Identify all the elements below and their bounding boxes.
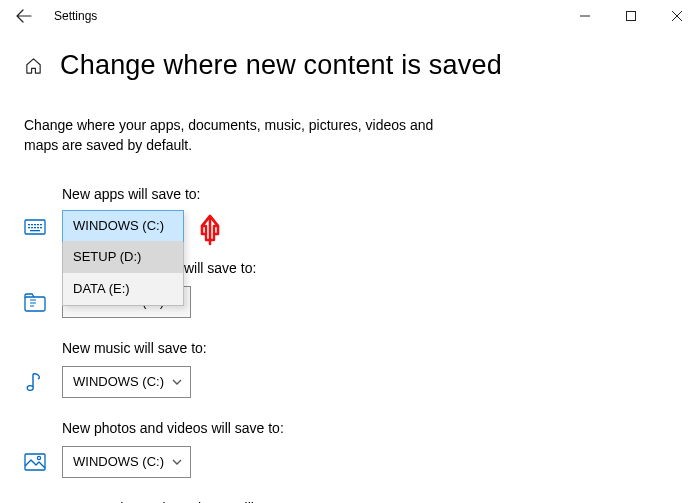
music-dropdown[interactable]: WINDOWS (C:): [62, 366, 191, 398]
back-button[interactable]: [8, 0, 40, 32]
chevron-down-icon: [172, 459, 182, 465]
minimize-icon: [580, 11, 590, 21]
apps-dropdown-menu: WINDOWS (C:) SETUP (D:) DATA (E:): [62, 210, 184, 306]
movies-section: New movies and TV shows will save to:: [24, 500, 676, 503]
svg-rect-7: [28, 227, 30, 228]
page-description: Change where your apps, documents, music…: [24, 115, 454, 156]
annotation-arrow: [196, 204, 224, 246]
window-title: Settings: [54, 9, 97, 23]
svg-rect-6: [40, 224, 42, 225]
music-section: New music will save to: WINDOWS (C:): [24, 340, 676, 398]
photos-section: New photos and videos will save to: WIND…: [24, 420, 676, 478]
photos-dropdown-value: WINDOWS (C:): [73, 454, 164, 469]
minimize-button[interactable]: [562, 0, 608, 32]
dropdown-option-data-e[interactable]: DATA (E:): [63, 273, 183, 305]
svg-rect-10: [37, 227, 39, 228]
back-arrow-icon: [16, 8, 32, 24]
apps-label: New apps will save to:: [62, 186, 676, 202]
music-dropdown-value: WINDOWS (C:): [73, 374, 164, 389]
svg-point-14: [27, 385, 33, 390]
maximize-button[interactable]: [608, 0, 654, 32]
documents-icon: [24, 292, 46, 312]
music-label: New music will save to:: [62, 340, 676, 356]
movies-label: New movies and TV shows will save to:: [62, 500, 676, 503]
apps-section: New apps will save to: WINDOWS (C:) WIND…: [24, 186, 676, 244]
svg-rect-4: [34, 224, 36, 225]
window-controls: [562, 0, 700, 32]
photos-label: New photos and videos will save to:: [62, 420, 676, 436]
svg-rect-15: [25, 454, 45, 470]
page-title: Change where new content is saved: [60, 50, 502, 81]
svg-rect-3: [31, 224, 33, 225]
dropdown-option-setup-d[interactable]: SETUP (D:): [63, 241, 183, 273]
apps-icon: [24, 219, 46, 237]
home-icon[interactable]: [24, 56, 44, 76]
svg-rect-12: [30, 230, 40, 231]
svg-rect-2: [28, 224, 30, 225]
svg-rect-8: [31, 227, 33, 228]
svg-rect-11: [40, 227, 42, 228]
photos-dropdown[interactable]: WINDOWS (C:): [62, 446, 191, 478]
svg-rect-9: [34, 227, 36, 228]
photos-icon: [24, 453, 46, 471]
maximize-icon: [626, 11, 636, 21]
page-header: Change where new content is saved: [24, 50, 676, 81]
dropdown-option-windows-c[interactable]: WINDOWS (C:): [62, 210, 184, 242]
svg-rect-5: [37, 224, 39, 225]
close-button[interactable]: [654, 0, 700, 32]
chevron-down-icon: [172, 379, 182, 385]
titlebar: Settings: [0, 0, 700, 32]
svg-rect-13: [25, 297, 45, 311]
svg-point-16: [37, 456, 40, 459]
svg-rect-0: [627, 12, 636, 21]
documents-label: will save to:: [184, 260, 676, 276]
page-content: Change where new content is saved Change…: [0, 50, 700, 503]
close-icon: [672, 11, 682, 21]
music-icon: [24, 371, 46, 393]
